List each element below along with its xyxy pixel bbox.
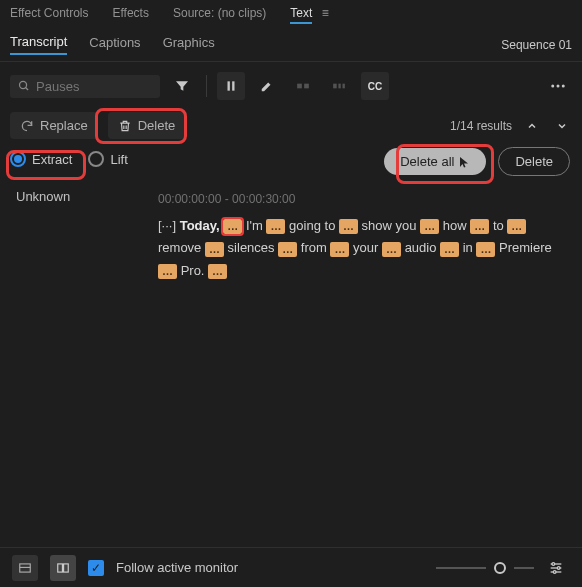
pause-marker[interactable]: … (476, 242, 495, 257)
word: your (353, 240, 378, 255)
word: silences (228, 240, 275, 255)
zoom-slider-track[interactable] (514, 567, 534, 569)
extract-radio[interactable]: Extract (10, 151, 72, 167)
speaker-name: Unknown (16, 189, 136, 282)
svg-point-9 (551, 85, 554, 88)
word: show you (362, 218, 417, 233)
subtab-captions[interactable]: Captions (89, 35, 140, 54)
delete-pill-button[interactable]: Delete (498, 147, 570, 176)
zoom-slider-knob[interactable] (494, 562, 506, 574)
pause-marker[interactable]: … (382, 242, 401, 257)
replace-button[interactable]: Replace (10, 112, 98, 139)
svg-point-19 (552, 562, 555, 565)
pause-marker[interactable]: … (158, 264, 177, 279)
svg-rect-4 (297, 84, 302, 89)
svg-rect-6 (333, 84, 337, 89)
radio-unchecked-icon (88, 151, 104, 167)
trash-icon (118, 119, 132, 133)
search-icon (18, 79, 30, 93)
svg-rect-15 (64, 563, 69, 571)
merge-icon[interactable] (289, 72, 317, 100)
pause-marker[interactable]: … (440, 242, 459, 257)
word: how (443, 218, 467, 233)
word: remove (158, 240, 201, 255)
more-menu-icon[interactable] (544, 72, 572, 100)
word: I'm (246, 218, 263, 233)
pause-marker-selected[interactable]: … (223, 219, 242, 234)
filter-icon[interactable] (168, 72, 196, 100)
refresh-icon (20, 119, 34, 133)
svg-line-1 (26, 88, 29, 91)
separator (206, 75, 207, 97)
svg-rect-5 (304, 84, 309, 89)
extract-label: Extract (32, 152, 72, 167)
svg-point-21 (553, 570, 556, 573)
delete-all-button[interactable]: Delete all (384, 148, 486, 175)
svg-rect-3 (232, 81, 234, 90)
word: from (301, 240, 327, 255)
pause-marker[interactable]: … (339, 219, 358, 234)
svg-rect-8 (343, 84, 345, 89)
word: to (493, 218, 504, 233)
word: audio (405, 240, 437, 255)
timecode: 00:00:00:00 - 00:00:30:00 (158, 189, 566, 209)
word: Today, (180, 218, 220, 233)
replace-label: Replace (40, 118, 88, 133)
pause-marker[interactable]: … (205, 242, 224, 257)
prev-result-icon[interactable] (522, 116, 542, 136)
delete-button[interactable]: Delete (108, 112, 186, 139)
panel-menu-icon[interactable]: ≡ (322, 6, 329, 20)
follow-monitor-checkbox[interactable]: ✓ (88, 560, 104, 576)
svg-point-0 (20, 81, 27, 88)
search-input[interactable] (36, 79, 152, 94)
search-field[interactable] (10, 75, 160, 98)
pause-marker[interactable]: … (507, 219, 526, 234)
footer-view-1-icon[interactable] (12, 555, 38, 581)
cursor-icon (458, 155, 470, 169)
radio-checked-icon (10, 151, 26, 167)
pause-marker[interactable]: … (266, 219, 285, 234)
word: Pro. (181, 263, 205, 278)
pause-markers-icon[interactable] (217, 72, 245, 100)
svg-point-20 (557, 566, 560, 569)
split-icon[interactable] (325, 72, 353, 100)
pause-marker[interactable]: … (330, 242, 349, 257)
tab-source[interactable]: Source: (no clips) (173, 6, 266, 20)
subtab-graphics[interactable]: Graphics (163, 35, 215, 54)
word: Premiere (499, 240, 552, 255)
pause-marker[interactable]: … (470, 219, 489, 234)
pause-marker[interactable]: … (420, 219, 439, 234)
edit-pencil-icon[interactable] (253, 72, 281, 100)
pause-marker[interactable]: … (208, 264, 227, 279)
results-count: 1/14 results (450, 119, 512, 133)
word: in (463, 240, 473, 255)
lift-label: Lift (110, 152, 127, 167)
svg-point-11 (562, 85, 565, 88)
subtab-transcript[interactable]: Transcript (10, 34, 67, 55)
footer-view-2-icon[interactable] (50, 555, 76, 581)
next-result-icon[interactable] (552, 116, 572, 136)
tab-text[interactable]: Text (290, 6, 312, 24)
pause-marker[interactable]: … (278, 242, 297, 257)
tab-effects[interactable]: Effects (112, 6, 148, 20)
word: going to (289, 218, 335, 233)
follow-monitor-label: Follow active monitor (116, 560, 238, 575)
svg-point-10 (557, 85, 560, 88)
delete-all-label: Delete all (400, 154, 454, 169)
cc-icon[interactable]: CC (361, 72, 389, 100)
svg-rect-14 (58, 563, 63, 571)
tab-effect-controls[interactable]: Effect Controls (10, 6, 88, 20)
settings-sliders-icon[interactable] (542, 554, 570, 582)
svg-rect-2 (228, 81, 230, 90)
lead-ellipsis: [···] (158, 218, 176, 233)
zoom-slider-track[interactable] (436, 567, 486, 569)
lift-radio[interactable]: Lift (88, 151, 127, 167)
delete-label: Delete (138, 118, 176, 133)
sequence-label: Sequence 01 (501, 38, 572, 52)
svg-rect-7 (338, 84, 340, 89)
transcript-body[interactable]: 00:00:00:00 - 00:00:30:00 [···] Today, …… (158, 189, 566, 282)
